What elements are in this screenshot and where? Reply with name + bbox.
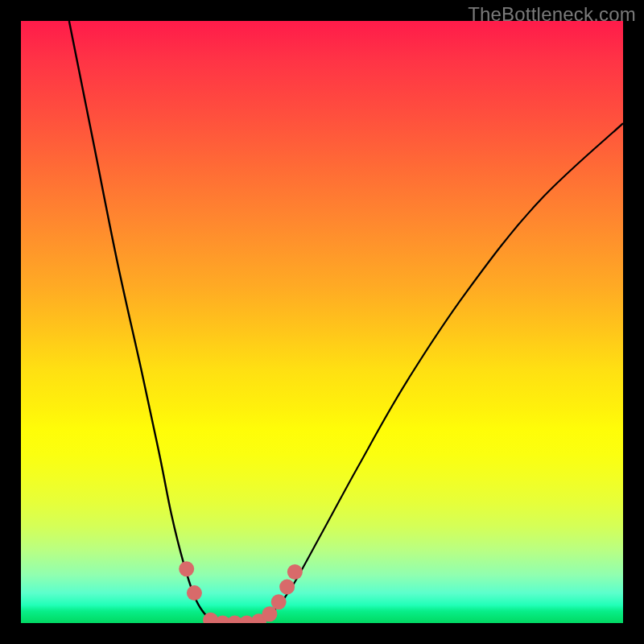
highlight-dot xyxy=(279,580,295,595)
highlight-dot xyxy=(271,594,287,609)
highlight-dot xyxy=(187,585,202,601)
curve-right-branch xyxy=(262,123,623,623)
curve-layer xyxy=(21,21,623,623)
plot-area xyxy=(21,21,623,623)
marker-group xyxy=(179,561,303,623)
highlight-dot xyxy=(179,561,194,576)
highlight-dot xyxy=(287,564,303,580)
watermark-text: TheBottleneck.com xyxy=(468,3,636,26)
curve-left-branch xyxy=(69,21,220,623)
chart-frame: TheBottleneck.com xyxy=(0,0,644,644)
